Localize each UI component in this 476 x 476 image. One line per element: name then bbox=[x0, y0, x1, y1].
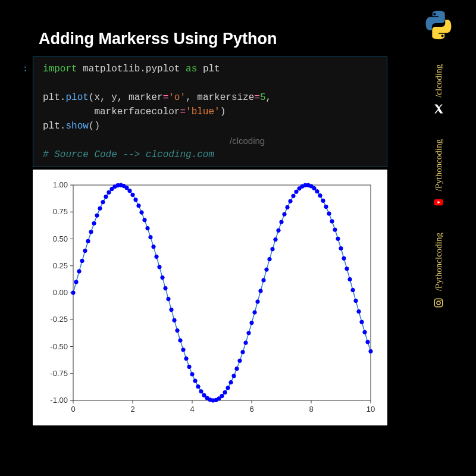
svg-point-57 bbox=[149, 235, 152, 239]
svg-text:0.50: 0.50 bbox=[53, 234, 68, 243]
svg-point-69 bbox=[184, 357, 188, 361]
blank-line bbox=[36, 133, 381, 148]
code-block: : import matplotlib.pyplot as plt plt.pl… bbox=[33, 57, 387, 167]
svg-text:4: 4 bbox=[190, 405, 194, 414]
svg-text:6: 6 bbox=[249, 405, 253, 414]
svg-point-128 bbox=[360, 320, 364, 324]
svg-text:-1.00: -1.00 bbox=[50, 396, 68, 405]
svg-point-33 bbox=[77, 270, 81, 273]
svg-text:1.00: 1.00 bbox=[53, 180, 68, 189]
code-line-2: plt.plot(x, y, marker='o', markersize=5, bbox=[36, 90, 381, 105]
svg-point-116 bbox=[324, 205, 328, 208]
svg-text:0: 0 bbox=[71, 405, 75, 414]
code-line-3: markerfacecolor='blue') bbox=[36, 105, 381, 119]
svg-point-97 bbox=[268, 257, 271, 261]
svg-point-59 bbox=[155, 255, 158, 258]
svg-text:0.25: 0.25 bbox=[53, 261, 68, 270]
svg-point-32 bbox=[74, 280, 78, 284]
svg-text:10: 10 bbox=[367, 405, 375, 414]
svg-point-72 bbox=[193, 379, 197, 383]
svg-point-92 bbox=[253, 311, 256, 314]
svg-point-43 bbox=[107, 190, 111, 194]
svg-point-62 bbox=[164, 286, 167, 290]
svg-point-125 bbox=[351, 288, 355, 292]
code-line-1: import matplotlib.pyplot as plt bbox=[36, 62, 381, 76]
social-instagram[interactable]: /Pythonclcoding bbox=[433, 233, 444, 308]
svg-point-103 bbox=[286, 205, 289, 209]
cell-prompt: : bbox=[23, 62, 28, 76]
svg-text:-0.75: -0.75 bbox=[50, 369, 68, 378]
svg-point-122 bbox=[342, 256, 346, 260]
svg-point-104 bbox=[289, 199, 292, 203]
main-panel: Adding Markerss Using Python : import ma… bbox=[33, 30, 387, 425]
svg-point-56 bbox=[146, 226, 149, 230]
code-comment: # Source Code --> clcoding.com bbox=[36, 148, 381, 162]
svg-point-102 bbox=[283, 212, 286, 216]
page-title: Adding Markerss Using Python bbox=[33, 30, 387, 48]
svg-point-98 bbox=[271, 248, 274, 251]
svg-point-31 bbox=[71, 291, 75, 295]
svg-point-52 bbox=[134, 198, 137, 202]
svg-text:8: 8 bbox=[309, 405, 313, 414]
code-line-4: plt.show() bbox=[36, 119, 381, 133]
svg-point-123 bbox=[345, 267, 349, 270]
youtube-icon bbox=[433, 197, 444, 208]
svg-point-70 bbox=[187, 365, 191, 368]
svg-point-105 bbox=[292, 194, 295, 198]
svg-text:-0.50: -0.50 bbox=[50, 342, 68, 351]
svg-text:0.75: 0.75 bbox=[53, 207, 68, 216]
svg-point-89 bbox=[244, 341, 248, 345]
svg-point-81 bbox=[220, 394, 224, 397]
svg-point-39 bbox=[95, 214, 99, 217]
svg-point-113 bbox=[315, 190, 319, 193]
svg-point-100 bbox=[277, 228, 280, 232]
social-instagram-handle: /Pythonclcoding bbox=[434, 233, 444, 291]
svg-point-117 bbox=[327, 212, 331, 215]
chart-output: -1.00-0.75-0.50-0.250.000.250.500.751.00… bbox=[33, 170, 387, 425]
svg-point-91 bbox=[250, 321, 253, 324]
svg-point-38 bbox=[92, 221, 96, 225]
svg-point-67 bbox=[178, 339, 182, 342]
svg-point-55 bbox=[143, 218, 146, 222]
svg-point-36 bbox=[86, 239, 90, 243]
svg-point-42 bbox=[104, 195, 108, 198]
svg-point-40 bbox=[98, 206, 102, 210]
svg-point-49 bbox=[125, 186, 129, 190]
svg-point-119 bbox=[333, 228, 337, 231]
svg-point-93 bbox=[256, 300, 259, 303]
social-x[interactable]: /clcoding bbox=[433, 64, 444, 114]
svg-point-115 bbox=[321, 199, 325, 202]
svg-point-74 bbox=[199, 390, 203, 393]
svg-point-66 bbox=[176, 328, 179, 332]
social-youtube[interactable]: /Pythoncoding bbox=[433, 139, 444, 208]
svg-point-131 bbox=[369, 349, 372, 353]
svg-rect-0 bbox=[73, 185, 371, 400]
svg-point-63 bbox=[167, 297, 170, 300]
watermark-text: /clcoding bbox=[230, 134, 265, 148]
social-links: /clcoding /Pythoncoding /Pythonclcoding bbox=[433, 64, 444, 308]
svg-point-90 bbox=[247, 331, 250, 334]
svg-point-121 bbox=[339, 246, 343, 250]
svg-point-106 bbox=[295, 190, 298, 193]
svg-point-41 bbox=[101, 200, 105, 203]
svg-point-68 bbox=[181, 348, 185, 352]
social-youtube-handle: /Pythoncoding bbox=[434, 139, 444, 192]
svg-point-34 bbox=[80, 259, 84, 262]
svg-point-53 bbox=[137, 203, 140, 207]
svg-point-101 bbox=[280, 220, 283, 224]
svg-text:0.00: 0.00 bbox=[53, 288, 68, 297]
svg-text:-0.25: -0.25 bbox=[50, 315, 68, 324]
svg-point-35 bbox=[83, 249, 87, 252]
svg-point-87 bbox=[238, 359, 242, 362]
svg-point-83 bbox=[226, 386, 230, 390]
svg-point-73 bbox=[196, 385, 200, 389]
svg-point-124 bbox=[348, 277, 352, 281]
svg-text:2: 2 bbox=[130, 405, 134, 414]
svg-point-94 bbox=[259, 289, 262, 293]
instagram-icon bbox=[433, 298, 444, 308]
svg-point-37 bbox=[89, 230, 93, 234]
svg-point-95 bbox=[262, 278, 265, 282]
python-logo-icon bbox=[422, 8, 455, 42]
svg-point-99 bbox=[274, 237, 277, 241]
x-icon bbox=[433, 104, 444, 114]
